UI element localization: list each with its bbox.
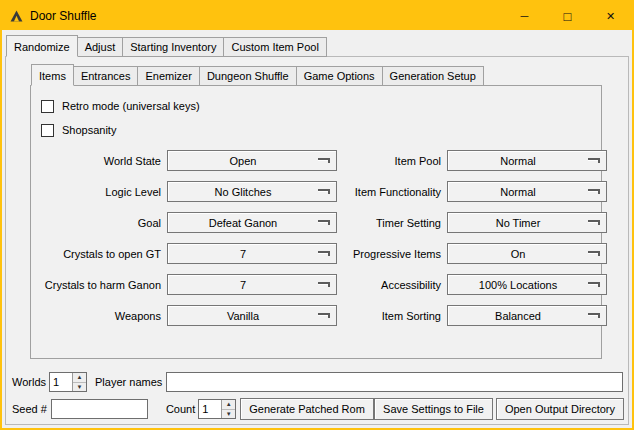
dropdown-world-state[interactable]: Open	[167, 150, 337, 171]
field-label: World State	[35, 155, 161, 167]
randomize-pane: Items Entrances Enemizer Dungeon Shuffle…	[5, 56, 629, 425]
dropdown-indicator-icon	[588, 251, 600, 256]
dropdown-indicator-icon	[588, 189, 600, 194]
dropdown-indicator-icon	[588, 282, 600, 287]
tab-game-options[interactable]: Game Options	[296, 66, 383, 86]
seed-input[interactable]	[51, 399, 148, 419]
dropdown-crystals-harm-ganon[interactable]: 7	[167, 274, 337, 295]
app-icon	[10, 10, 23, 23]
field-label: Timer Setting	[343, 217, 441, 229]
count-input[interactable]	[199, 400, 221, 418]
field-label: Item Pool	[343, 155, 441, 167]
field-label: Progressive Items	[343, 248, 441, 260]
maximize-icon[interactable]: □	[546, 2, 589, 30]
titlebar[interactable]: Door Shuffle ─ □ ✕	[2, 2, 632, 30]
player-names-label: Player names	[95, 376, 162, 388]
tab-dungeon-shuffle[interactable]: Dungeon Shuffle	[199, 66, 297, 86]
field-label: Weapons	[35, 310, 161, 322]
tab-generation-setup[interactable]: Generation Setup	[382, 66, 484, 86]
spin-up-icon[interactable]: ▲	[73, 373, 86, 382]
dropdown-progressive-items[interactable]: On	[447, 243, 607, 264]
tab-entrances[interactable]: Entrances	[73, 66, 139, 86]
window: Door Shuffle ─ □ ✕ Randomize Adjust Star…	[0, 0, 634, 430]
tab-adjust[interactable]: Adjust	[77, 37, 124, 57]
checkbox-label: Shopsanity	[62, 124, 116, 136]
dropdown-indicator-icon	[318, 220, 330, 225]
count-spinbox[interactable]: ▲ ▼	[198, 399, 236, 419]
worlds-label: Worlds	[12, 376, 46, 388]
spin-up-icon[interactable]: ▲	[222, 400, 235, 409]
worlds-row: Worlds ▲ ▼ Player names	[12, 371, 624, 393]
dropdown-item-functionality[interactable]: Normal	[447, 181, 607, 202]
bottom-controls: Worlds ▲ ▼ Player names Seed # Count	[6, 371, 628, 424]
seed-label: Seed #	[12, 403, 47, 415]
dropdown-indicator-icon	[318, 158, 330, 163]
field-label: Goal	[35, 217, 161, 229]
retro-mode-checkbox[interactable]: Retro mode (universal keys)	[35, 94, 593, 118]
generate-patched-rom-button[interactable]: Generate Patched Rom	[240, 398, 374, 420]
player-names-input[interactable]	[166, 372, 623, 392]
worlds-spinbox[interactable]: ▲ ▼	[49, 372, 87, 392]
dropdown-indicator-icon	[318, 313, 330, 318]
spin-down-icon[interactable]: ▼	[222, 409, 235, 419]
field-label: Crystals to open GT	[35, 248, 161, 260]
checkbox-label: Retro mode (universal keys)	[62, 100, 200, 112]
tab-custom-item-pool[interactable]: Custom Item Pool	[223, 37, 326, 57]
dropdown-logic-level[interactable]: No Glitches	[167, 181, 337, 202]
field-label: Item Functionality	[343, 186, 441, 198]
field-label: Accessibility	[343, 279, 441, 291]
save-settings-button[interactable]: Save Settings to File	[374, 398, 493, 420]
dropdown-weapons[interactable]: Vanilla	[167, 305, 337, 326]
close-icon[interactable]: ✕	[589, 2, 632, 30]
count-label: Count	[166, 403, 195, 415]
tab-starting-inventory[interactable]: Starting Inventory	[122, 37, 224, 57]
window-title: Door Shuffle	[30, 9, 97, 23]
worlds-input[interactable]	[50, 373, 72, 391]
shopsanity-checkbox[interactable]: Shopsanity	[35, 118, 593, 142]
dropdown-item-pool[interactable]: Normal	[447, 150, 607, 171]
settings-grid: World State Open Item Pool Normal Logic …	[35, 150, 593, 326]
dropdown-indicator-icon	[318, 189, 330, 194]
dropdown-timer-setting[interactable]: No Timer	[447, 212, 607, 233]
items-pane: Retro mode (universal keys) Shopsanity W…	[30, 85, 602, 359]
dropdown-indicator-icon	[588, 220, 600, 225]
open-output-directory-button[interactable]: Open Output Directory	[496, 398, 624, 420]
dropdown-item-sorting[interactable]: Balanced	[447, 305, 607, 326]
dropdown-indicator-icon	[318, 251, 330, 256]
dropdown-indicator-icon	[588, 158, 600, 163]
dropdown-goal[interactable]: Defeat Ganon	[167, 212, 337, 233]
checkbox-icon[interactable]	[41, 124, 54, 137]
inner-tab-bar: Items Entrances Enemizer Dungeon Shuffle…	[31, 66, 602, 86]
inner-notebook: Items Entrances Enemizer Dungeon Shuffle…	[30, 64, 602, 359]
dropdown-crystals-open-gt[interactable]: 7	[167, 243, 337, 264]
seed-row: Seed # Count ▲ ▼ Generate Patched Rom Sa…	[12, 398, 624, 420]
field-label: Item Sorting	[343, 310, 441, 322]
field-label: Logic Level	[35, 186, 161, 198]
checkbox-icon[interactable]	[41, 100, 54, 113]
tab-randomize[interactable]: Randomize	[6, 35, 78, 57]
dropdown-indicator-icon	[588, 313, 600, 318]
outer-tab-bar: Randomize Adjust Starting Inventory Cust…	[6, 37, 632, 57]
spin-down-icon[interactable]: ▼	[73, 382, 86, 392]
tab-items[interactable]: Items	[31, 64, 74, 86]
tab-enemizer[interactable]: Enemizer	[137, 66, 199, 86]
dropdown-accessibility[interactable]: 100% Locations	[447, 274, 607, 295]
minimize-icon[interactable]: ─	[503, 2, 546, 30]
window-controls: ─ □ ✕	[503, 2, 632, 30]
field-label: Crystals to harm Ganon	[35, 279, 161, 291]
window-body: Randomize Adjust Starting Inventory Cust…	[2, 30, 632, 428]
dropdown-indicator-icon	[318, 282, 330, 287]
